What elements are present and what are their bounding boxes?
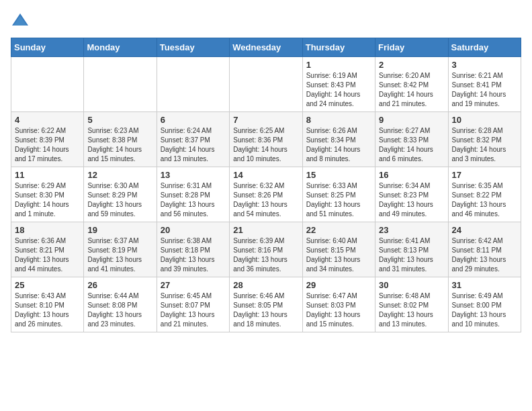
day-info: Sunrise: 6:48 AM Sunset: 8:02 PM Dayligh… [379,291,444,329]
day-cell: 29Sunrise: 6:47 AM Sunset: 8:03 PM Dayli… [302,277,375,332]
day-info: Sunrise: 6:22 AM Sunset: 8:39 PM Dayligh… [15,126,80,164]
day-info: Sunrise: 6:28 AM Sunset: 8:32 PM Dayligh… [452,126,517,164]
day-info: Sunrise: 6:41 AM Sunset: 8:13 PM Dayligh… [379,236,444,274]
header-cell-monday: Monday [84,38,157,57]
day-number: 8 [306,115,371,125]
day-number: 13 [161,170,226,180]
logo-icon [11,11,30,30]
day-number: 20 [161,225,226,235]
day-cell: 9Sunrise: 6:27 AM Sunset: 8:33 PM Daylig… [375,112,448,167]
day-info: Sunrise: 6:33 AM Sunset: 8:25 PM Dayligh… [306,181,371,219]
day-cell [84,57,157,112]
day-number: 3 [452,60,517,70]
day-cell: 10Sunrise: 6:28 AM Sunset: 8:32 PM Dayli… [448,112,521,167]
header-cell-sunday: Sunday [11,38,84,57]
day-cell: 26Sunrise: 6:44 AM Sunset: 8:08 PM Dayli… [84,277,157,332]
day-number: 14 [233,170,298,180]
day-info: Sunrise: 6:44 AM Sunset: 8:08 PM Dayligh… [87,291,152,329]
day-cell: 7Sunrise: 6:25 AM Sunset: 8:36 PM Daylig… [230,112,302,167]
day-info: Sunrise: 6:31 AM Sunset: 8:28 PM Dayligh… [161,181,226,219]
day-cell: 18Sunrise: 6:36 AM Sunset: 8:21 PM Dayli… [11,222,84,277]
day-cell: 25Sunrise: 6:43 AM Sunset: 8:10 PM Dayli… [11,277,84,332]
day-number: 12 [87,170,152,180]
day-info: Sunrise: 6:34 AM Sunset: 8:23 PM Dayligh… [379,181,444,219]
day-number: 27 [161,280,226,290]
day-cell: 11Sunrise: 6:29 AM Sunset: 8:30 PM Dayli… [11,167,84,222]
day-info: Sunrise: 6:45 AM Sunset: 8:07 PM Dayligh… [161,291,226,329]
day-cell: 5Sunrise: 6:23 AM Sunset: 8:38 PM Daylig… [84,112,157,167]
day-info: Sunrise: 6:47 AM Sunset: 8:03 PM Dayligh… [306,291,371,329]
day-info: Sunrise: 6:40 AM Sunset: 8:15 PM Dayligh… [306,236,371,274]
day-cell: 14Sunrise: 6:32 AM Sunset: 8:26 PM Dayli… [230,167,302,222]
day-number: 21 [233,225,298,235]
day-number: 25 [15,280,80,290]
page-header [11,11,521,30]
week-row-3: 11Sunrise: 6:29 AM Sunset: 8:30 PM Dayli… [11,167,521,222]
week-row-4: 18Sunrise: 6:36 AM Sunset: 8:21 PM Dayli… [11,222,521,277]
day-cell [230,57,302,112]
day-cell: 2Sunrise: 6:20 AM Sunset: 8:42 PM Daylig… [375,57,448,112]
day-cell: 19Sunrise: 6:37 AM Sunset: 8:19 PM Dayli… [84,222,157,277]
day-cell: 6Sunrise: 6:24 AM Sunset: 8:37 PM Daylig… [157,112,229,167]
day-number: 5 [87,115,152,125]
day-info: Sunrise: 6:21 AM Sunset: 8:41 PM Dayligh… [452,71,517,109]
day-number: 19 [87,225,152,235]
day-number: 16 [379,170,444,180]
day-info: Sunrise: 6:42 AM Sunset: 8:11 PM Dayligh… [452,236,517,274]
day-number: 23 [379,225,444,235]
day-cell: 16Sunrise: 6:34 AM Sunset: 8:23 PM Dayli… [375,167,448,222]
day-cell: 17Sunrise: 6:35 AM Sunset: 8:22 PM Dayli… [448,167,521,222]
day-info: Sunrise: 6:38 AM Sunset: 8:18 PM Dayligh… [161,236,226,274]
day-number: 29 [306,280,371,290]
week-row-1: 1Sunrise: 6:19 AM Sunset: 8:43 PM Daylig… [11,57,521,112]
day-cell: 22Sunrise: 6:40 AM Sunset: 8:15 PM Dayli… [302,222,375,277]
day-number: 15 [306,170,371,180]
header-cell-tuesday: Tuesday [157,38,229,57]
day-info: Sunrise: 6:29 AM Sunset: 8:30 PM Dayligh… [15,181,80,219]
day-info: Sunrise: 6:30 AM Sunset: 8:29 PM Dayligh… [87,181,152,219]
day-cell: 31Sunrise: 6:49 AM Sunset: 8:00 PM Dayli… [448,277,521,332]
day-number: 4 [15,115,80,125]
day-info: Sunrise: 6:25 AM Sunset: 8:36 PM Dayligh… [233,126,298,164]
day-cell: 13Sunrise: 6:31 AM Sunset: 8:28 PM Dayli… [157,167,229,222]
day-number: 26 [87,280,152,290]
day-number: 31 [452,280,517,290]
logo [11,11,32,30]
day-info: Sunrise: 6:46 AM Sunset: 8:05 PM Dayligh… [233,291,298,329]
week-row-5: 25Sunrise: 6:43 AM Sunset: 8:10 PM Dayli… [11,277,521,332]
day-number: 10 [452,115,517,125]
day-number: 18 [15,225,80,235]
header-cell-saturday: Saturday [448,38,521,57]
day-number: 7 [233,115,298,125]
day-info: Sunrise: 6:43 AM Sunset: 8:10 PM Dayligh… [15,291,80,329]
day-info: Sunrise: 6:19 AM Sunset: 8:43 PM Dayligh… [306,71,371,109]
day-cell: 30Sunrise: 6:48 AM Sunset: 8:02 PM Dayli… [375,277,448,332]
header-row: SundayMondayTuesdayWednesdayThursdayFrid… [11,38,521,57]
calendar-table: SundayMondayTuesdayWednesdayThursdayFrid… [11,38,521,332]
day-cell: 3Sunrise: 6:21 AM Sunset: 8:41 PM Daylig… [448,57,521,112]
day-cell: 24Sunrise: 6:42 AM Sunset: 8:11 PM Dayli… [448,222,521,277]
day-number: 17 [452,170,517,180]
day-number: 24 [452,225,517,235]
day-info: Sunrise: 6:39 AM Sunset: 8:16 PM Dayligh… [233,236,298,274]
day-info: Sunrise: 6:37 AM Sunset: 8:19 PM Dayligh… [87,236,152,274]
day-info: Sunrise: 6:24 AM Sunset: 8:37 PM Dayligh… [161,126,226,164]
day-cell [11,57,84,112]
day-number: 11 [15,170,80,180]
day-cell: 15Sunrise: 6:33 AM Sunset: 8:25 PM Dayli… [302,167,375,222]
header-cell-thursday: Thursday [302,38,375,57]
day-info: Sunrise: 6:20 AM Sunset: 8:42 PM Dayligh… [379,71,444,109]
day-info: Sunrise: 6:36 AM Sunset: 8:21 PM Dayligh… [15,236,80,274]
day-info: Sunrise: 6:23 AM Sunset: 8:38 PM Dayligh… [87,126,152,164]
day-info: Sunrise: 6:27 AM Sunset: 8:33 PM Dayligh… [379,126,444,164]
day-cell [157,57,229,112]
day-cell: 27Sunrise: 6:45 AM Sunset: 8:07 PM Dayli… [157,277,229,332]
day-number: 30 [379,280,444,290]
day-number: 6 [161,115,226,125]
day-cell: 20Sunrise: 6:38 AM Sunset: 8:18 PM Dayli… [157,222,229,277]
day-number: 9 [379,115,444,125]
header-cell-wednesday: Wednesday [230,38,302,57]
day-info: Sunrise: 6:26 AM Sunset: 8:34 PM Dayligh… [306,126,371,164]
day-info: Sunrise: 6:35 AM Sunset: 8:22 PM Dayligh… [452,181,517,219]
day-cell: 28Sunrise: 6:46 AM Sunset: 8:05 PM Dayli… [230,277,302,332]
